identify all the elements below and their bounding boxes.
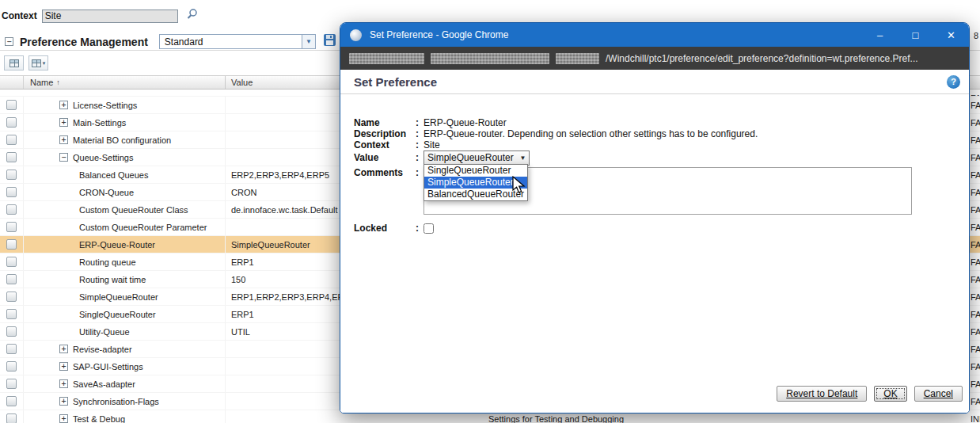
row-right-fragment: FA [971,375,980,393]
chevron-down-icon[interactable]: ▼ [302,35,315,48]
row-type-icon [0,184,24,200]
dialog-body: Set Preference ? Name : ERP-Queue-Router… [340,70,969,413]
context-input[interactable] [42,10,178,23]
row-right-fragment: FA [971,288,980,306]
row-right-fragment: FA [971,393,980,410]
row-name: Utility-Queue [79,323,130,340]
window-title: Set Preference - Google Chrome [370,29,862,40]
row-right-fragment: FA [971,184,980,201]
expand-icon[interactable]: + [59,414,68,423]
expand-icon[interactable]: + [59,397,68,406]
colon: : [416,223,424,234]
row-name: Material BO configuration [73,131,171,148]
toolbar: ▾ [4,55,48,70]
row-name: Custom QueueRouter Parameter [79,219,207,235]
row-name: SaveAs-adapter [73,375,135,392]
row-name: SingleQueueRouter [79,306,156,322]
context-label: Context [2,10,37,21]
row-right-fragment: FA [971,90,980,97]
row-type-icon [0,393,24,410]
row-name-cell: +SAP-GUI-Settings [24,358,226,375]
save-icon[interactable] [323,33,336,50]
redacted-block [556,53,599,64]
locked-field-row: Locked : [354,222,953,234]
dialog-header: Set Preference ? [340,70,969,94]
expand-icon[interactable]: + [59,362,68,371]
row-type-icon [0,131,24,148]
description-field-row: Description : ERP-Queue-router. Dependin… [354,128,953,139]
icon-column-header [0,76,24,89]
expand-icon[interactable]: + [59,135,68,144]
table-icon [9,59,19,67]
row-right-fragment: FA [971,306,980,323]
row-name-cell: CRON-Queue [24,184,226,200]
help-icon[interactable]: ? [947,75,960,89]
row-name: Custom QueueRouter Class [79,201,188,218]
context-row: Context [2,8,199,24]
minimize-button[interactable]: – [862,23,898,47]
row-type-icon [0,219,24,235]
row-name: SAP-GUI-Settings [73,358,143,375]
description-label: Description [354,128,416,139]
search-icon[interactable] [186,8,199,24]
cancel-button[interactable]: Cancel [914,386,963,402]
ok-button[interactable]: OK [874,386,906,402]
row-type-icon [0,236,24,253]
expand-icon[interactable]: + [59,345,68,353]
sort-asc-icon: ↑ [56,78,60,86]
row-name: Main-Settings [73,114,126,131]
table-options-button[interactable]: ▾ [28,55,48,70]
row-name: Test & Debug [73,410,125,423]
column-name[interactable]: Name ↑ [24,76,226,89]
row-type-icon [0,288,24,305]
page-title: Preference Management [20,36,148,48]
maximize-button[interactable]: □ [898,23,933,47]
name-field-row: Name : ERP-Queue-Router [354,117,953,128]
preference-form: Name : ERP-Queue-Router Description : ER… [354,117,953,234]
collapse-icon[interactable]: − [5,37,13,46]
row-type-icon [0,375,24,392]
column-name-label: Name [30,78,53,87]
value-label: Value [354,151,416,166]
row-name-cell: +License-Settings [24,97,226,113]
expand-icon[interactable]: + [59,379,68,388]
name-label: Name [354,117,416,128]
row-right-fragment: FA [971,166,980,184]
locked-checkbox[interactable] [424,223,434,234]
row-name-cell: +SaveAs-adapter [24,375,226,392]
row-name-cell: ERP-Queue-Router [24,236,226,253]
locked-label: Locked [354,223,416,234]
row-name: Revise-adapter [73,341,132,357]
collapse-icon[interactable]: − [59,153,68,162]
row-right-fragment: FA [971,236,980,253]
row-type-icon [0,166,24,183]
view-dropdown[interactable]: Standard ▼ [159,34,316,49]
description-value: ERP-Queue-router. Depending on selection… [424,128,953,139]
dropdown-option[interactable]: SingleQueueRouter [424,165,527,177]
colon: : [416,128,424,139]
row-name-cell: Utility-Queue [24,323,226,340]
row-name-cell: +Main-Settings [24,114,226,131]
row-name: SimpleQueueRouter [79,288,158,305]
expand-icon[interactable]: + [59,101,68,109]
row-type-icon [0,341,24,357]
row-type-icon [0,253,24,270]
close-button[interactable]: ✕ [933,23,969,47]
dialog-buttons: Revert to Default OK Cancel [777,386,963,402]
row-name: ERP-Queue-Router [79,236,155,253]
row-type-icon [0,323,24,340]
row-name: Queue-Settings [73,149,133,166]
url-bar: /Windchill/ptc1/preference/edit_preferen… [340,47,969,70]
row-name-cell: Routing queue [24,253,226,270]
table-view-button[interactable] [4,55,24,70]
row-name-cell: SimpleQueueRouter [24,288,226,305]
row-right-fragment: FA [971,323,980,341]
row-type-icon [0,97,24,113]
context-field-row: Context : Site [354,139,953,151]
mouse-cursor-icon [511,176,526,198]
expand-icon[interactable]: + [59,118,68,127]
window-titlebar[interactable]: Set Preference - Google Chrome – □ ✕ [340,23,969,47]
row-name: Routing wait time [79,271,146,288]
revert-to-default-button[interactable]: Revert to Default [777,386,867,402]
row-name-cell: +Revise-adapter [24,341,226,357]
